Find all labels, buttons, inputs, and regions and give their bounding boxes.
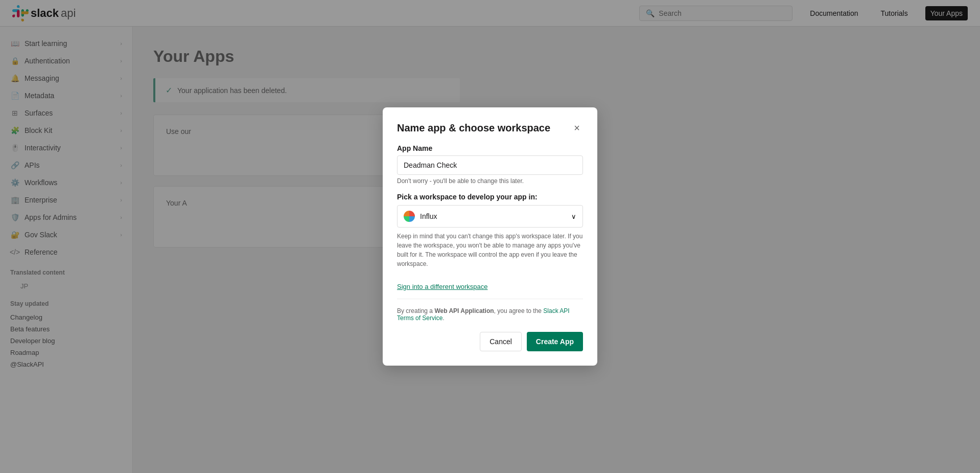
modal-header: Name app & choose workspace × bbox=[397, 122, 583, 134]
workspace-label: Pick a workspace to develop your app in: bbox=[397, 193, 583, 201]
tos-middle: , you agree to the bbox=[494, 307, 544, 314]
chevron-down-icon: ∨ bbox=[571, 213, 576, 220]
tos-bold: Web API Application bbox=[434, 307, 494, 314]
workspace-group: Pick a workspace to develop your app in:… bbox=[397, 193, 583, 268]
app-name-label: App Name bbox=[397, 144, 583, 152]
modal-footer: Cancel Create App bbox=[397, 332, 583, 351]
create-app-button[interactable]: Create App bbox=[527, 332, 583, 351]
cancel-button[interactable]: Cancel bbox=[480, 332, 522, 351]
influx-logo-icon bbox=[404, 211, 415, 222]
modal-title: Name app & choose workspace bbox=[397, 122, 550, 134]
close-button[interactable]: × bbox=[571, 122, 583, 134]
modal-dialog: Name app & choose workspace × App Name D… bbox=[383, 107, 597, 366]
workspace-warning: Keep in mind that you can't change this … bbox=[397, 232, 583, 268]
tos-suffix: . bbox=[442, 314, 444, 322]
app-name-input[interactable] bbox=[397, 155, 583, 175]
workspace-left: Influx bbox=[404, 211, 437, 222]
tos-text: By creating a Web API Application, you a… bbox=[397, 299, 583, 322]
workspace-select-button[interactable]: Influx ∨ bbox=[397, 205, 583, 228]
workspace-name: Influx bbox=[420, 212, 437, 220]
sign-in-different-link[interactable]: Sign into a different workspace bbox=[397, 283, 488, 290]
modal-overlay[interactable]: Name app & choose workspace × App Name D… bbox=[0, 0, 980, 473]
app-name-hint: Don't worry - you'll be able to change t… bbox=[397, 177, 583, 185]
app-name-group: App Name Don't worry - you'll be able to… bbox=[397, 144, 583, 185]
tos-prefix: By creating a bbox=[397, 307, 434, 314]
